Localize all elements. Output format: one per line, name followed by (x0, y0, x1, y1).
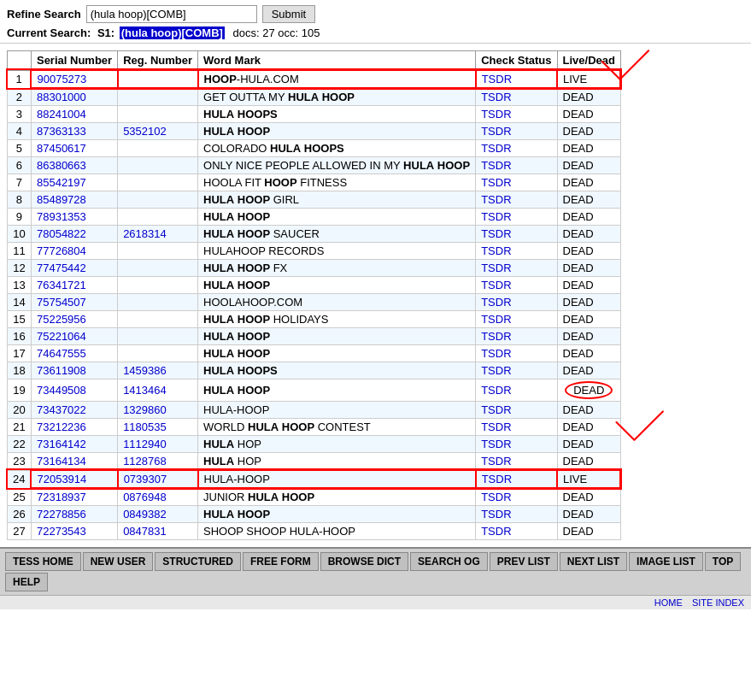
check-link[interactable]: TSDR (481, 125, 511, 138)
serial-link[interactable]: 87363133 (37, 125, 86, 138)
serial-link[interactable]: 73437022 (37, 403, 86, 416)
serial-number[interactable]: 78931353 (31, 209, 117, 226)
check-link[interactable]: TSDR (481, 438, 511, 450)
serial-link[interactable]: 75221064 (37, 330, 86, 343)
check-status[interactable]: TSDR (476, 260, 557, 277)
serial-number[interactable]: 72053914 (31, 470, 117, 488)
check-link[interactable]: TSDR (482, 473, 512, 485)
reg-link[interactable]: 0876948 (123, 491, 167, 503)
serial-number[interactable]: 77726804 (31, 243, 117, 260)
reg-link[interactable]: 1112940 (123, 438, 167, 450)
free-form-button[interactable]: Free Form (243, 552, 319, 571)
check-link[interactable]: TSDR (481, 142, 511, 155)
check-status[interactable]: TSDR (476, 328, 557, 345)
check-link[interactable]: TSDR (481, 279, 511, 291)
serial-number[interactable]: 88241004 (31, 106, 117, 123)
check-link[interactable]: TSDR (481, 508, 511, 521)
serial-number[interactable]: 86380663 (31, 157, 117, 174)
check-status[interactable]: TSDR (476, 243, 557, 260)
prev-list-button[interactable]: Prev List (490, 552, 558, 571)
check-link[interactable]: TSDR (481, 244, 511, 257)
check-link[interactable]: TSDR (482, 73, 512, 85)
check-status[interactable]: TSDR (476, 453, 557, 471)
new-user-button[interactable]: New UseR (83, 552, 154, 571)
browse-dict-button[interactable]: Browse Dict (320, 552, 408, 571)
serial-link[interactable]: 73449508 (37, 384, 86, 397)
serial-link[interactable]: 78054822 (37, 227, 86, 240)
serial-number[interactable]: 90075273 (31, 70, 117, 88)
check-status[interactable]: TSDR (476, 470, 557, 488)
serial-number[interactable]: 87450617 (31, 140, 117, 157)
check-link[interactable]: TSDR (481, 159, 511, 172)
check-status[interactable]: TSDR (476, 226, 557, 243)
check-status[interactable]: TSDR (476, 436, 557, 453)
check-status[interactable]: TSDR (476, 157, 557, 174)
serial-number[interactable]: 85489728 (31, 191, 117, 209)
serial-number[interactable]: 75221064 (31, 328, 117, 345)
serial-number[interactable]: 76341721 (31, 277, 117, 294)
check-status[interactable]: TSDR (476, 345, 557, 362)
check-link[interactable]: TSDR (481, 347, 511, 360)
serial-link[interactable]: 88301000 (37, 91, 86, 103)
check-status[interactable]: TSDR (476, 523, 557, 540)
check-status[interactable]: TSDR (476, 419, 557, 436)
serial-link[interactable]: 78931353 (37, 210, 86, 223)
serial-number[interactable]: 75754507 (31, 294, 117, 311)
check-status[interactable]: TSDR (476, 209, 557, 226)
reg-link[interactable]: 0849382 (123, 508, 167, 521)
check-link[interactable]: TSDR (481, 296, 511, 309)
serial-number[interactable]: 75225956 (31, 311, 117, 328)
check-link[interactable]: TSDR (481, 313, 511, 326)
serial-number[interactable]: 73611908 (31, 362, 117, 379)
structured-button[interactable]: Structured (155, 552, 241, 571)
check-link[interactable]: TSDR (481, 455, 511, 468)
serial-link[interactable]: 75225956 (37, 313, 86, 326)
reg-link[interactable]: 1459386 (123, 364, 167, 377)
help-button[interactable]: HELP (5, 573, 48, 591)
check-link[interactable]: TSDR (481, 210, 511, 223)
serial-link[interactable]: 76341721 (37, 279, 86, 291)
check-status[interactable]: TSDR (476, 311, 557, 328)
search-og-button[interactable]: Search OG (410, 552, 488, 571)
check-link[interactable]: TSDR (481, 384, 511, 397)
serial-number[interactable]: 72278856 (31, 506, 117, 523)
check-status[interactable]: TSDR (476, 277, 557, 294)
check-link[interactable]: TSDR (481, 193, 511, 206)
check-link[interactable]: TSDR (481, 491, 511, 503)
top-button[interactable]: Top (705, 552, 741, 571)
check-status[interactable]: TSDR (476, 379, 557, 402)
check-link[interactable]: TSDR (481, 525, 511, 538)
check-status[interactable]: TSDR (476, 88, 557, 106)
reg-link[interactable]: 5352102 (123, 125, 167, 138)
serial-number[interactable]: 72318937 (31, 488, 117, 506)
image-list-button[interactable]: Image List (629, 552, 703, 571)
home-link[interactable]: HOME (654, 597, 683, 608)
serial-number[interactable]: 78054822 (31, 226, 117, 243)
serial-number[interactable]: 73212236 (31, 419, 117, 436)
check-status[interactable]: TSDR (476, 191, 557, 209)
check-status[interactable]: TSDR (476, 70, 557, 88)
check-link[interactable]: TSDR (481, 330, 511, 343)
submit-button[interactable]: Submit (262, 5, 315, 23)
serial-number[interactable]: 74647555 (31, 345, 117, 362)
serial-link[interactable]: 85489728 (37, 193, 86, 206)
check-link[interactable]: TSDR (481, 364, 511, 377)
serial-link[interactable]: 88241004 (37, 108, 86, 121)
check-link[interactable]: TSDR (481, 108, 511, 121)
check-link[interactable]: TSDR (481, 227, 511, 240)
serial-link[interactable]: 87450617 (37, 142, 86, 155)
check-status[interactable]: TSDR (476, 140, 557, 157)
serial-link[interactable]: 75754507 (37, 296, 86, 309)
serial-link[interactable]: 73611908 (37, 364, 86, 377)
serial-link[interactable]: 73164134 (37, 455, 86, 468)
check-status[interactable]: TSDR (476, 488, 557, 506)
check-link[interactable]: TSDR (481, 176, 511, 189)
serial-link[interactable]: 85542197 (37, 176, 86, 189)
reg-link[interactable]: 1128768 (123, 455, 167, 468)
serial-number[interactable]: 88301000 (31, 88, 117, 106)
serial-link[interactable]: 72318937 (37, 491, 86, 503)
check-status[interactable]: TSDR (476, 402, 557, 419)
check-status[interactable]: TSDR (476, 123, 557, 140)
serial-link[interactable]: 72273543 (37, 525, 86, 538)
reg-link[interactable]: 1180535 (123, 421, 167, 433)
